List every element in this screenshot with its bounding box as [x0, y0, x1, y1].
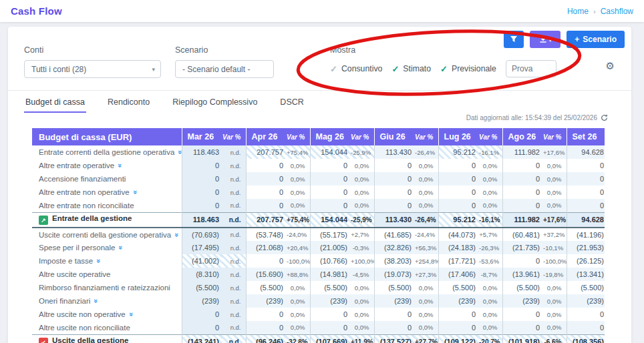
expand-chevron-icon[interactable] [95, 259, 103, 263]
checkbox-previsionale[interactable]: ✓ Previsionale [440, 64, 496, 74]
value-cell: 0 [567, 159, 605, 172]
value-cell: (26.125) [567, 254, 605, 268]
value-cell: 0 [502, 186, 543, 199]
value-cell: 0 [182, 321, 222, 334]
row-label: Rimborso finanziamenti e rateizzazioni [32, 281, 182, 294]
var-percent-cell: +75,4% [287, 212, 310, 228]
row-label-text: Rimborso finanziamenti e rateizzazioni [39, 284, 170, 292]
value-cell: (101.918) [502, 334, 543, 343]
value-cell: 0 [182, 308, 222, 321]
value-cell: (38.203) [374, 254, 415, 268]
expand-chevron-icon[interactable] [118, 246, 126, 250]
var-percent-cell: -26,4% [415, 212, 438, 228]
tab-riepilogo-complessivo[interactable]: Riepilogo Complessivo [171, 96, 259, 113]
month-header: Mar 26 [182, 128, 222, 145]
expand-chevron-icon[interactable] [132, 190, 140, 194]
var-percent-cell: -53,6% [479, 254, 502, 268]
value-cell: 0 [567, 321, 605, 334]
var-percent-cell: 0,0% [415, 172, 438, 186]
expand-chevron-icon[interactable] [176, 150, 182, 154]
tab-rendiconto[interactable]: Rendiconto [106, 96, 151, 113]
expand-chevron-icon[interactable] [92, 299, 100, 303]
arrow-down-left-icon [39, 338, 48, 343]
row-label-text: Altre entrate non riconciliate [39, 202, 134, 210]
value-cell: (239) [246, 294, 287, 308]
scenario-filter: Scenario - Scenario default - [175, 45, 274, 78]
var-percent-cell: 0,0% [287, 321, 310, 334]
breadcrumb-current[interactable]: Cashflow [601, 7, 633, 16]
caret-down-icon [549, 35, 552, 44]
month-header: Apr 26 [246, 128, 287, 145]
row-label: Altre entrate non riconciliate [32, 199, 182, 212]
value-cell: 0 [310, 186, 351, 199]
value-cell: 154.044 [310, 145, 351, 159]
value-cell: 0 [246, 159, 287, 172]
add-scenario-button[interactable]: + Scenario [567, 31, 625, 48]
value-cell: 94.628 [567, 145, 605, 159]
value-cell: (137.527) [374, 334, 415, 343]
var-percent-cell: 0,0% [543, 321, 567, 334]
var-percent-cell: n.d. [222, 145, 246, 159]
check-icon: ✓ [440, 64, 448, 74]
scenario-select[interactable]: - Scenario default - [175, 60, 274, 78]
refresh-icon[interactable] [601, 114, 608, 121]
value-cell: (96.246) [246, 334, 287, 343]
value-cell: 0 [310, 199, 351, 212]
var-header: Var % [543, 128, 567, 145]
checkbox-consuntivo[interactable]: ✓ Consuntivo [330, 64, 382, 74]
value-cell: (239) [310, 294, 351, 308]
row-label-text: Entrate correnti della gestione operativ… [39, 148, 174, 156]
var-percent-cell: 0,0% [351, 281, 374, 294]
var-percent-cell: -26,3% [479, 241, 502, 254]
var-percent-cell: 0,0% [479, 172, 502, 186]
var-percent-cell: -8,7% [479, 268, 502, 281]
total-row: Uscite della gestione(143.241)n.d.(96.24… [32, 334, 605, 343]
divider [8, 90, 631, 91]
value-cell: (21.005) [310, 241, 351, 254]
value-cell: (107.669) [310, 334, 351, 343]
table-row: Altre uscite operative(8.310)n.d.(15.690… [32, 268, 605, 281]
var-header: Var % [351, 128, 374, 145]
expand-chevron-icon[interactable] [116, 163, 124, 167]
var-percent-cell: 0,0% [415, 186, 438, 199]
expand-chevron-icon[interactable] [173, 232, 181, 236]
var-percent-cell: 0,0% [287, 199, 310, 212]
conti-select[interactable]: Tutti i conti (28) [24, 60, 161, 78]
cashflow-page: { "header": { "title": "Cash Flow", "bre… [0, 0, 644, 343]
table-row: Rimborso finanziamenti e rateizzazioni(5… [32, 281, 605, 294]
var-percent-cell: +75,4% [287, 145, 310, 159]
row-label: Altre uscite non operative [32, 308, 182, 321]
var-percent-cell: 0,0% [479, 308, 502, 321]
var-percent-cell: 0,0% [543, 294, 567, 308]
prova-input[interactable] [506, 60, 556, 77]
row-label-text: Altre entrate operative [39, 161, 114, 169]
value-cell: (24.183) [438, 241, 479, 254]
value-cell: 118.463 [182, 145, 222, 159]
var-percent-cell: +5,7% [479, 228, 502, 241]
value-cell: 0 [310, 172, 351, 186]
tab-budget-di-cassa[interactable]: Budget di cassa [24, 96, 86, 113]
breadcrumb-home[interactable]: Home [567, 7, 589, 16]
value-cell: (239) [182, 294, 222, 308]
var-percent-cell: 0,0% [479, 186, 502, 199]
value-cell: 0 [246, 172, 287, 186]
checkbox-stimato[interactable]: ✓ Stimato [391, 64, 431, 74]
tab-dscr[interactable]: DSCR [279, 96, 305, 113]
var-percent-cell: 0,0% [479, 281, 502, 294]
month-header: Ago 26 [502, 128, 543, 145]
row-label-text: Oneri finanziari [39, 297, 90, 305]
var-percent-cell: 0,0% [479, 321, 502, 334]
value-cell: (17.721) [438, 254, 479, 268]
var-percent-cell: -100,0% [543, 254, 567, 268]
scenario-label: Scenario [175, 45, 274, 55]
month-header: Giu 26 [374, 128, 415, 145]
expand-chevron-icon[interactable] [128, 312, 136, 316]
var-percent-cell: n.d. [222, 308, 246, 321]
gear-icon[interactable]: ⚙ [606, 60, 615, 72]
row-label: Altre entrate operative [32, 159, 182, 172]
value-cell: 0 [182, 172, 222, 186]
top-bar: Cash Flow Home › Cashflow [0, 0, 644, 22]
var-percent-cell: 0,0% [415, 294, 438, 308]
export-button[interactable] [530, 31, 560, 48]
filter-button[interactable] [504, 31, 524, 48]
